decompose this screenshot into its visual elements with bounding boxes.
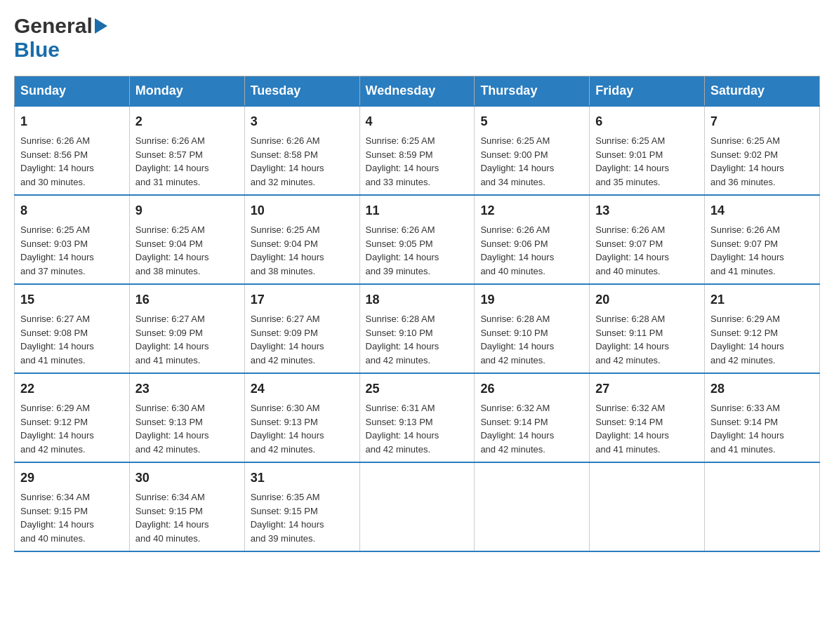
calendar-day-7: 7 Sunrise: 6:25 AMSunset: 9:02 PMDayligh… xyxy=(705,106,820,195)
calendar-day-21: 21 Sunrise: 6:29 AMSunset: 9:12 PMDaylig… xyxy=(705,284,820,373)
calendar-day-1: 1 Sunrise: 6:26 AMSunset: 8:56 PMDayligh… xyxy=(15,106,130,195)
day-info-10: Sunrise: 6:25 AMSunset: 9:04 PMDaylight:… xyxy=(251,223,354,278)
logo-general-text: General xyxy=(14,14,93,38)
day-number-6: 6 xyxy=(595,112,699,131)
day-info-28: Sunrise: 6:33 AMSunset: 9:14 PMDaylight:… xyxy=(710,401,814,456)
calendar-day-24: 24 Sunrise: 6:30 AMSunset: 9:13 PMDaylig… xyxy=(244,373,359,462)
day-info-13: Sunrise: 6:26 AMSunset: 9:07 PMDaylight:… xyxy=(595,223,699,278)
calendar-table: SundayMondayTuesdayWednesdayThursdayFrid… xyxy=(14,76,820,552)
day-number-27: 27 xyxy=(595,380,699,398)
calendar-empty-cell xyxy=(705,462,820,551)
calendar-header-wednesday: Wednesday xyxy=(359,76,475,107)
calendar-day-12: 12 Sunrise: 6:26 AMSunset: 9:06 PMDaylig… xyxy=(475,195,590,284)
calendar-day-17: 17 Sunrise: 6:27 AMSunset: 9:09 PMDaylig… xyxy=(244,284,359,373)
day-info-8: Sunrise: 6:25 AMSunset: 9:03 PMDaylight:… xyxy=(20,223,124,278)
day-info-15: Sunrise: 6:27 AMSunset: 9:08 PMDaylight:… xyxy=(20,312,124,367)
day-info-4: Sunrise: 6:25 AMSunset: 8:59 PMDaylight:… xyxy=(366,134,469,189)
day-info-19: Sunrise: 6:28 AMSunset: 9:10 PMDaylight:… xyxy=(480,312,583,367)
day-number-3: 3 xyxy=(251,112,354,131)
calendar-day-31: 31 Sunrise: 6:35 AMSunset: 9:15 PMDaylig… xyxy=(244,462,359,551)
day-number-11: 11 xyxy=(366,201,469,220)
day-info-17: Sunrise: 6:27 AMSunset: 9:09 PMDaylight:… xyxy=(251,312,354,367)
day-info-16: Sunrise: 6:27 AMSunset: 9:09 PMDaylight:… xyxy=(135,312,239,367)
day-info-9: Sunrise: 6:25 AMSunset: 9:04 PMDaylight:… xyxy=(135,223,239,278)
calendar-day-5: 5 Sunrise: 6:25 AMSunset: 9:00 PMDayligh… xyxy=(475,106,590,195)
calendar-header-monday: Monday xyxy=(129,76,244,107)
day-info-12: Sunrise: 6:26 AMSunset: 9:06 PMDaylight:… xyxy=(480,223,583,278)
page-header: General Blue xyxy=(14,14,820,62)
day-info-2: Sunrise: 6:26 AMSunset: 8:57 PMDaylight:… xyxy=(135,134,239,189)
logo: General Blue xyxy=(14,14,107,62)
calendar-week-1: 1 Sunrise: 6:26 AMSunset: 8:56 PMDayligh… xyxy=(15,106,820,195)
calendar-day-3: 3 Sunrise: 6:26 AMSunset: 8:58 PMDayligh… xyxy=(244,106,359,195)
calendar-day-19: 19 Sunrise: 6:28 AMSunset: 9:10 PMDaylig… xyxy=(475,284,590,373)
calendar-day-15: 15 Sunrise: 6:27 AMSunset: 9:08 PMDaylig… xyxy=(15,284,130,373)
calendar-day-14: 14 Sunrise: 6:26 AMSunset: 9:07 PMDaylig… xyxy=(705,195,820,284)
day-number-9: 9 xyxy=(135,201,239,220)
calendar-day-29: 29 Sunrise: 6:34 AMSunset: 9:15 PMDaylig… xyxy=(15,462,130,551)
calendar-day-28: 28 Sunrise: 6:33 AMSunset: 9:14 PMDaylig… xyxy=(705,373,820,462)
calendar-day-8: 8 Sunrise: 6:25 AMSunset: 9:03 PMDayligh… xyxy=(15,195,130,284)
logo-blue-text: Blue xyxy=(14,38,60,61)
day-number-29: 29 xyxy=(20,469,124,488)
day-info-31: Sunrise: 6:35 AMSunset: 9:15 PMDaylight:… xyxy=(251,490,354,545)
day-info-18: Sunrise: 6:28 AMSunset: 9:10 PMDaylight:… xyxy=(366,312,469,367)
calendar-empty-cell xyxy=(475,462,590,551)
calendar-day-4: 4 Sunrise: 6:25 AMSunset: 8:59 PMDayligh… xyxy=(359,106,475,195)
day-number-13: 13 xyxy=(595,201,699,220)
calendar-week-2: 8 Sunrise: 6:25 AMSunset: 9:03 PMDayligh… xyxy=(15,195,820,284)
calendar-day-16: 16 Sunrise: 6:27 AMSunset: 9:09 PMDaylig… xyxy=(129,284,244,373)
calendar-header-friday: Friday xyxy=(590,76,705,107)
day-number-10: 10 xyxy=(251,201,354,220)
calendar-day-18: 18 Sunrise: 6:28 AMSunset: 9:10 PMDaylig… xyxy=(359,284,475,373)
day-number-22: 22 xyxy=(20,380,124,398)
day-info-29: Sunrise: 6:34 AMSunset: 9:15 PMDaylight:… xyxy=(20,490,124,545)
calendar-day-11: 11 Sunrise: 6:26 AMSunset: 9:05 PMDaylig… xyxy=(359,195,475,284)
day-info-1: Sunrise: 6:26 AMSunset: 8:56 PMDaylight:… xyxy=(20,134,124,189)
day-info-5: Sunrise: 6:25 AMSunset: 9:00 PMDaylight:… xyxy=(480,134,583,189)
day-number-4: 4 xyxy=(366,112,469,131)
day-number-30: 30 xyxy=(135,469,239,488)
day-number-8: 8 xyxy=(20,201,124,220)
day-number-17: 17 xyxy=(251,290,354,309)
day-info-25: Sunrise: 6:31 AMSunset: 9:13 PMDaylight:… xyxy=(366,401,469,456)
day-number-24: 24 xyxy=(251,380,354,398)
calendar-week-5: 29 Sunrise: 6:34 AMSunset: 9:15 PMDaylig… xyxy=(15,462,820,551)
day-info-3: Sunrise: 6:26 AMSunset: 8:58 PMDaylight:… xyxy=(251,134,354,189)
day-number-23: 23 xyxy=(135,380,239,398)
day-number-26: 26 xyxy=(480,380,583,398)
logo-triangle-icon xyxy=(95,18,107,36)
day-info-30: Sunrise: 6:34 AMSunset: 9:15 PMDaylight:… xyxy=(135,490,239,545)
day-number-5: 5 xyxy=(480,112,583,131)
calendar-header-row: SundayMondayTuesdayWednesdayThursdayFrid… xyxy=(15,76,820,107)
day-info-21: Sunrise: 6:29 AMSunset: 9:12 PMDaylight:… xyxy=(710,312,814,367)
calendar-day-13: 13 Sunrise: 6:26 AMSunset: 9:07 PMDaylig… xyxy=(590,195,705,284)
day-number-21: 21 xyxy=(710,290,814,309)
day-info-11: Sunrise: 6:26 AMSunset: 9:05 PMDaylight:… xyxy=(366,223,469,278)
calendar-day-23: 23 Sunrise: 6:30 AMSunset: 9:13 PMDaylig… xyxy=(129,373,244,462)
day-number-12: 12 xyxy=(480,201,583,220)
calendar-day-9: 9 Sunrise: 6:25 AMSunset: 9:04 PMDayligh… xyxy=(129,195,244,284)
calendar-empty-cell xyxy=(590,462,705,551)
day-info-27: Sunrise: 6:32 AMSunset: 9:14 PMDaylight:… xyxy=(595,401,699,456)
svg-marker-0 xyxy=(95,18,107,34)
calendar-day-22: 22 Sunrise: 6:29 AMSunset: 9:12 PMDaylig… xyxy=(15,373,130,462)
day-number-7: 7 xyxy=(710,112,814,131)
calendar-day-30: 30 Sunrise: 6:34 AMSunset: 9:15 PMDaylig… xyxy=(129,462,244,551)
day-number-1: 1 xyxy=(20,112,124,131)
day-number-19: 19 xyxy=(480,290,583,309)
calendar-day-10: 10 Sunrise: 6:25 AMSunset: 9:04 PMDaylig… xyxy=(244,195,359,284)
calendar-header-saturday: Saturday xyxy=(705,76,820,107)
day-info-14: Sunrise: 6:26 AMSunset: 9:07 PMDaylight:… xyxy=(710,223,814,278)
day-number-16: 16 xyxy=(135,290,239,309)
calendar-day-25: 25 Sunrise: 6:31 AMSunset: 9:13 PMDaylig… xyxy=(359,373,475,462)
day-info-20: Sunrise: 6:28 AMSunset: 9:11 PMDaylight:… xyxy=(595,312,699,367)
day-number-20: 20 xyxy=(595,290,699,309)
day-number-25: 25 xyxy=(366,380,469,398)
day-number-2: 2 xyxy=(135,112,239,131)
calendar-day-6: 6 Sunrise: 6:25 AMSunset: 9:01 PMDayligh… xyxy=(590,106,705,195)
day-info-24: Sunrise: 6:30 AMSunset: 9:13 PMDaylight:… xyxy=(251,401,354,456)
day-number-28: 28 xyxy=(710,380,814,398)
calendar-day-2: 2 Sunrise: 6:26 AMSunset: 8:57 PMDayligh… xyxy=(129,106,244,195)
calendar-header-thursday: Thursday xyxy=(475,76,590,107)
